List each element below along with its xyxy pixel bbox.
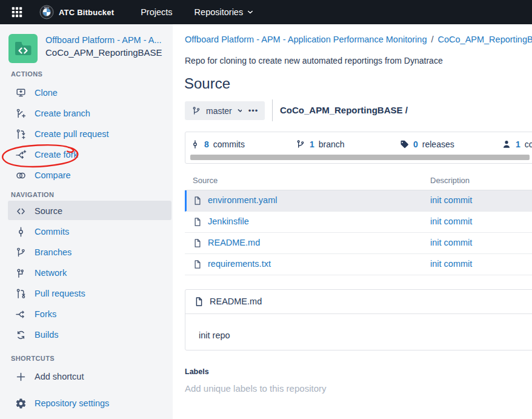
builds-icon	[15, 329, 27, 341]
file-link[interactable]: requirements.txt	[208, 259, 271, 269]
file-link[interactable]: README.md	[208, 238, 260, 247]
commit-message-link[interactable]: init commit	[430, 259, 472, 269]
sidebar-item-label: Forks	[35, 309, 56, 319]
repo-header: Offboard Platform - APM - A... CoCo_APM_…	[8, 34, 167, 63]
network-icon	[15, 267, 27, 279]
create-pull-request-icon	[15, 128, 27, 140]
sidebar-item-compare[interactable]: Compare	[15, 167, 71, 183]
forks-icon	[15, 308, 27, 320]
page-title: Source	[184, 75, 230, 92]
branch-selector-label: master	[206, 106, 232, 116]
repo-header-texts: Offboard Platform - APM - A... CoCo_APM_…	[45, 34, 167, 63]
file-icon	[194, 297, 204, 309]
sidebar-item-repository-settings[interactable]: Repository settings	[15, 395, 109, 411]
file-icon	[193, 217, 202, 229]
stat-commits[interactable]: 8 commits	[190, 139, 245, 149]
breadcrumb-repo-link[interactable]: CoCo_APM_ReportingBASE	[438, 35, 532, 44]
readme-content: init repo	[185, 314, 532, 340]
table-row[interactable]: Jenkinsfile init commit	[185, 212, 532, 233]
horizontal-scrollbar[interactable]	[190, 155, 530, 160]
sidebar-item-create-pull-request[interactable]: Create pull request	[15, 126, 109, 142]
stat-label: contributor	[525, 139, 532, 149]
repo-avatar[interactable]	[8, 34, 38, 63]
stat-label: branch	[319, 139, 345, 149]
sidebar-item-label: Create pull request	[35, 129, 109, 139]
sidebar-item-branches[interactable]: Branches	[15, 244, 71, 260]
labels-placeholder[interactable]: Add unique labels to this repository	[185, 383, 326, 394]
readme-filename[interactable]: README.md	[210, 297, 262, 306]
commit-message-link[interactable]: init commit	[430, 195, 472, 205]
create-fork-icon	[15, 149, 27, 161]
column-header-source: Source	[193, 176, 218, 185]
sidebar-item-label: Compare	[35, 170, 71, 180]
breadcrumb: Offboard Platform - APM - Application Pe…	[185, 35, 532, 44]
topnav-projects[interactable]: Projects	[132, 2, 181, 22]
create-branch-icon	[15, 107, 27, 119]
file-icon	[193, 238, 202, 250]
sidebar-item-commits[interactable]: Commits	[15, 224, 69, 240]
topnav-repositories[interactable]: Repositories	[186, 2, 263, 22]
file-link[interactable]: Jenkinsfile	[208, 216, 249, 226]
branches-icon	[15, 246, 27, 258]
stat-label: commits	[213, 139, 245, 149]
toolbar-divider	[272, 99, 273, 121]
sidebar-item-label: Source	[35, 206, 62, 216]
topnav: Projects Repositories	[132, 2, 262, 22]
repo-name: CoCo_APM_ReportingBASE	[45, 47, 167, 58]
topnav-projects-label: Projects	[141, 7, 172, 17]
file-link[interactable]: environment.yaml	[208, 195, 277, 205]
table-row[interactable]: requirements.txt init commit	[185, 254, 532, 275]
repo-description: Repo for cloning to create new automated…	[185, 56, 443, 65]
sidebar-item-label: Repository settings	[35, 398, 109, 408]
project-link[interactable]: Offboard Platform - APM - A...	[45, 35, 167, 45]
stat-value: 0	[413, 139, 418, 149]
more-actions-button[interactable]: •••	[242, 101, 265, 120]
sidebar-item-add-shortcut[interactable]: Add shortcut	[15, 369, 84, 384]
repository-sidebar: Offboard Platform - APM - A... CoCo_APM_…	[0, 24, 173, 419]
stat-label: releases	[422, 139, 454, 149]
sidebar-item-forks[interactable]: Forks	[15, 306, 56, 322]
stat-value: 1	[310, 139, 314, 149]
sidebar-item-pull-requests[interactable]: Pull requests	[15, 286, 85, 301]
compare-icon	[15, 169, 27, 181]
clone-icon	[15, 87, 27, 99]
readme-header: README.md	[185, 290, 532, 314]
stat-value: 8	[204, 139, 209, 149]
sidebar-item-network[interactable]: Network	[15, 265, 67, 281]
sidebar-item-label: Commits	[35, 227, 69, 236]
breadcrumb-project-link[interactable]: Offboard Platform - APM - Application Pe…	[185, 35, 427, 44]
brand-home-link[interactable]: BMW ATC Bitbucket	[39, 5, 114, 19]
gear-icon	[15, 397, 27, 409]
person-icon	[502, 139, 511, 149]
source-code-icon	[15, 205, 27, 217]
sidebar-item-label: Branches	[35, 247, 71, 257]
stat-value: 1	[516, 139, 520, 149]
stat-contributors[interactable]: 1 contributor	[502, 139, 532, 149]
stat-branches[interactable]: 1 branch	[296, 139, 345, 149]
commit-message-link[interactable]: init commit	[430, 238, 472, 247]
branch-icon	[296, 139, 305, 149]
sidebar-item-source[interactable]: Source	[15, 203, 62, 219]
readme-card: README.md init repo	[185, 289, 532, 350]
table-row[interactable]: README.md init commit	[185, 233, 532, 254]
app-switcher-icon[interactable]	[10, 5, 24, 19]
file-table: Source Description environment.yaml init…	[185, 172, 532, 275]
actions-section-title: ACTIONS	[11, 70, 42, 78]
column-header-description: Description	[430, 176, 470, 185]
table-row[interactable]: environment.yaml init commit	[185, 190, 532, 212]
sidebar-item-create-branch[interactable]: Create branch	[15, 106, 90, 121]
labels-section-title: Labels	[185, 367, 209, 376]
stat-releases[interactable]: 0 releases	[399, 139, 454, 149]
repo-stats-card: 8 commits 1 branch 0 releases 1 contribu…	[185, 132, 532, 164]
tag-icon	[399, 139, 409, 149]
plus-icon	[15, 370, 27, 383]
commit-message-link[interactable]: init commit	[430, 216, 472, 226]
sidebar-item-create-fork[interactable]: Create fork	[15, 147, 78, 163]
pull-requests-icon	[15, 287, 27, 300]
branch-icon	[191, 106, 201, 116]
bmw-logo-icon: BMW	[39, 5, 54, 19]
breadcrumb-separator: /	[431, 35, 433, 44]
branch-selector-button[interactable]: master	[185, 101, 250, 120]
sidebar-item-builds[interactable]: Builds	[15, 327, 59, 343]
sidebar-item-clone[interactable]: Clone	[15, 85, 58, 101]
